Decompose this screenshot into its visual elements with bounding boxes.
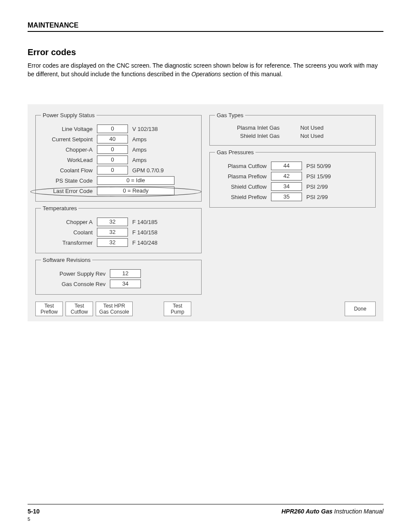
worklead-unit: Amps: [132, 157, 196, 163]
line-voltage-value: 0: [97, 124, 128, 133]
pss-legend: Power Supply Status: [41, 112, 97, 118]
sw-legend: Software Revisions: [41, 257, 92, 263]
temp-transformer-unit: F 140/248: [132, 240, 196, 246]
plasma-preflow-unit: PSI 15/99: [306, 173, 370, 180]
gas-types-group: Gas Types Plasma Inlet Gas Not Used Shie…: [209, 112, 376, 146]
coolant-flow-value: 0: [97, 166, 128, 174]
page-number: 5-10: [28, 508, 40, 515]
current-setpoint-label: Current Setpoint: [41, 136, 93, 143]
line-voltage-label: Line Voltage: [41, 126, 93, 132]
temp-coolant-unit: F 140/158: [132, 229, 196, 236]
plasma-inlet-label: Plasma Inlet Gas: [215, 124, 280, 131]
plasma-inlet-value: Not Used: [284, 124, 340, 131]
ps-state-value: 0 = Idle: [97, 176, 174, 185]
last-error-label: Last Error Code: [41, 188, 93, 194]
coolant-flow-label: Coolant Flow: [41, 167, 93, 174]
page-footer: 5-10 HPR260 Auto Gas Instruction Manual …: [28, 504, 383, 515]
sw-gc-value: 34: [110, 280, 141, 288]
section-header: MAINTENANCE: [28, 22, 383, 32]
chopper-a-value: 0: [97, 145, 128, 154]
manual-bold: HPR260 Auto Gas: [281, 508, 333, 515]
worklead-label: WorkLead: [41, 157, 93, 163]
shield-cutflow-label: Shield Cutflow: [215, 184, 267, 190]
coolant-flow-unit: GPM 0.7/0.9: [132, 167, 196, 174]
current-setpoint-unit: Amps: [132, 136, 196, 143]
intro-italic: Operations: [191, 71, 221, 78]
temps-legend: Temperatures: [41, 205, 78, 212]
temperatures-group: Temperatures Chopper A 32 F 140/185 Cool…: [35, 205, 202, 253]
plasma-preflow-label: Plasma Preflow: [215, 173, 267, 180]
chopper-a-label: Chopper-A: [41, 146, 93, 153]
gas-pressures-group: Gas Pressures Plasma Cutflow 44 PSI 50/9…: [209, 149, 376, 208]
software-revisions-group: Software Revisions Power Supply Rev 12 G…: [35, 257, 202, 295]
worklead-value: 0: [97, 156, 128, 164]
manual-title: HPR260 Auto Gas Instruction Manual: [281, 508, 383, 515]
plasma-cutflow-value: 44: [271, 162, 302, 170]
temp-coolant-value: 32: [97, 228, 128, 236]
test-cutflow-button[interactable]: TestCutflow: [65, 302, 93, 316]
done-button[interactable]: Done: [345, 302, 376, 316]
plasma-cutflow-unit: PSI 50/99: [306, 163, 370, 169]
sw-ps-label: Power Supply Rev: [41, 271, 106, 277]
gas-types-legend: Gas Types: [215, 112, 245, 118]
ps-state-label: PS State Code: [41, 177, 93, 184]
shield-inlet-value: Not Used: [284, 133, 340, 139]
current-setpoint-value: 40: [97, 135, 128, 143]
test-hpr-button[interactable]: Test HPRGas Console: [96, 302, 133, 316]
last-error-value: 0 = Ready: [97, 187, 174, 195]
shield-preflow-value: 35: [271, 193, 302, 201]
test-preflow-button[interactable]: TestPreflow: [35, 302, 63, 316]
shield-cutflow-value: 34: [271, 182, 302, 191]
temp-transformer-label: Transformer: [41, 240, 93, 246]
intro-paragraph: Error codes are displayed on the CNC scr…: [28, 62, 383, 78]
test-pump-button[interactable]: TestPump: [164, 302, 191, 316]
manual-rest: Instruction Manual: [333, 508, 383, 515]
power-supply-status-group: Power Supply Status Line Voltage 0 V 102…: [35, 112, 202, 202]
temp-coolant-label: Coolant: [41, 229, 93, 236]
page-title: Error codes: [28, 47, 383, 57]
temp-chopper-a-unit: F 140/185: [132, 219, 196, 225]
line-voltage-unit: V 102/138: [132, 126, 196, 132]
chopper-a-unit: Amps: [132, 146, 196, 153]
sw-ps-value: 12: [110, 269, 141, 278]
sw-gc-label: Gas Console Rev: [41, 281, 106, 287]
shield-preflow-label: Shield Preflow: [215, 194, 267, 200]
temp-chopper-a-value: 32: [97, 218, 128, 226]
intro-text-2: section of this manual.: [221, 71, 283, 78]
diagnostic-screenshot: Power Supply Status Line Voltage 0 V 102…: [28, 104, 383, 321]
gas-press-legend: Gas Pressures: [215, 149, 255, 156]
temp-chopper-a-label: Chopper A: [41, 219, 93, 225]
plasma-cutflow-label: Plasma Cutflow: [215, 163, 267, 169]
shield-preflow-unit: PSI 2/99: [306, 194, 370, 200]
plasma-preflow-value: 42: [271, 172, 302, 180]
shield-inlet-label: Shield Inlet Gas: [215, 133, 280, 139]
temp-transformer-value: 32: [97, 238, 128, 247]
footer-small-number: 5: [28, 516, 30, 522]
shield-cutflow-unit: PSI 2/99: [306, 184, 370, 190]
